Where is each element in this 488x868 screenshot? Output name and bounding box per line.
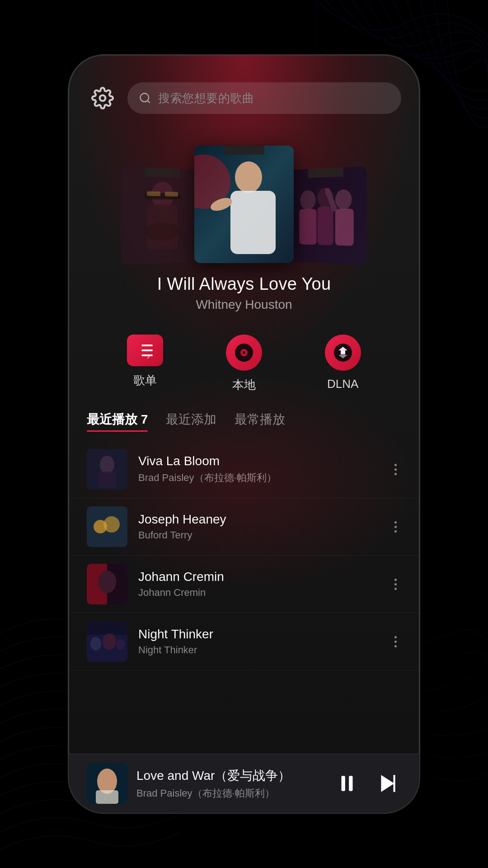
svg-text:♪: ♪ — [147, 353, 150, 360]
song-details-1: Viva La Bloom Brad Paisley（布拉德·帕斯利） — [138, 454, 379, 485]
skip-next-icon — [376, 772, 399, 795]
song-item-1[interactable]: Viva La Bloom Brad Paisley（布拉德·帕斯利） — [69, 441, 419, 498]
song-artist-1: Brad Paisley（布拉德·帕斯利） — [138, 471, 379, 485]
search-bar[interactable]: 搜索您想要的歌曲 — [127, 82, 401, 114]
song-artist-2: Buford Terry — [138, 529, 379, 541]
playlist-label: 歌单 — [133, 373, 157, 388]
song-details-2: Joseph Heaney Buford Terry — [138, 512, 379, 541]
svg-point-47 — [116, 639, 125, 650]
search-placeholder: 搜索您想要的歌曲 — [158, 90, 254, 106]
local-icon-bg — [226, 335, 262, 371]
svg-rect-13 — [230, 191, 276, 254]
svg-point-42 — [98, 571, 116, 593]
song-artist-3: Johann Cremin — [138, 587, 379, 599]
now-playing-thumb — [87, 763, 127, 804]
svg-rect-21 — [335, 209, 354, 246]
tab-recent-add[interactable]: 最近添加 — [166, 411, 216, 432]
now-playing-title: Love and War（爱与战争） — [136, 767, 324, 784]
svg-point-49 — [97, 769, 117, 794]
featured-song-title: I Will Always Love You — [87, 274, 401, 294]
svg-line-2 — [147, 100, 150, 103]
song-thumb-3 — [87, 564, 127, 604]
album-card-right[interactable] — [287, 166, 367, 265]
album-carousel — [69, 127, 419, 263]
svg-point-35 — [100, 456, 114, 474]
local-label: 本地 — [232, 377, 256, 393]
song-item-3[interactable]: Johann Cremin Johann Cremin — [69, 556, 419, 613]
pause-button[interactable] — [333, 770, 361, 797]
search-icon — [139, 92, 151, 104]
svg-marker-53 — [381, 775, 394, 792]
song-title-4: Night Thinker — [138, 627, 379, 642]
playlist-icon-bg: ♪ — [127, 335, 163, 366]
song-artist-4: Night Thinker — [138, 644, 379, 656]
svg-rect-52 — [349, 776, 352, 791]
svg-point-1 — [141, 94, 149, 102]
now-playing-artist: Brad Paisley（布拉德·帕斯利） — [136, 787, 324, 800]
settings-button[interactable] — [87, 82, 118, 114]
more-button-3[interactable] — [390, 574, 401, 594]
more-button-2[interactable] — [390, 517, 401, 537]
song-item-4[interactable]: Night Thinker Night Thinker — [69, 613, 419, 670]
song-thumb-4 — [87, 621, 127, 662]
pause-icon — [336, 772, 358, 795]
album-card-left[interactable] — [121, 166, 202, 265]
song-details-4: Night Thinker Night Thinker — [138, 627, 379, 656]
tab-recent-play[interactable]: 最近播放 7 — [87, 411, 148, 432]
phone-shell: 搜索您想要的歌曲 — [68, 54, 420, 814]
playback-controls — [333, 770, 401, 797]
song-item-2[interactable]: Joseph Heaney Buford Terry — [69, 498, 419, 556]
playlist-icon: ♪ — [135, 340, 155, 360]
nav-item-dlna[interactable]: DLNA — [325, 335, 361, 393]
tabs: 最近播放 7 最近添加 最常播放 — [69, 406, 419, 441]
svg-rect-7 — [147, 191, 160, 196]
vinyl-top-left — [145, 166, 180, 178]
nav-item-local[interactable]: 本地 — [226, 335, 262, 393]
song-list: Viva La Bloom Brad Paisley（布拉德·帕斯利） — [69, 441, 419, 754]
song-thumb-1 — [87, 449, 127, 490]
more-button-1[interactable] — [390, 459, 401, 480]
svg-rect-51 — [342, 776, 345, 791]
svg-rect-19 — [299, 209, 316, 245]
svg-rect-8 — [165, 192, 178, 197]
svg-point-45 — [90, 637, 101, 651]
vinyl-top-center — [224, 146, 264, 155]
svg-point-39 — [103, 516, 120, 533]
vinyl-top-right — [308, 166, 343, 178]
nav-item-playlist[interactable]: ♪ 歌单 — [127, 335, 163, 393]
dlna-icon — [332, 341, 354, 364]
svg-rect-50 — [96, 790, 118, 804]
svg-point-32 — [243, 351, 245, 354]
song-title-2: Joseph Heaney — [138, 512, 379, 527]
nav-icons: ♪ 歌单 本地 — [69, 316, 419, 406]
svg-rect-36 — [98, 472, 116, 487]
song-info: I Will Always Love You Whitney Houston — [69, 263, 419, 316]
song-title-3: Johann Cremin — [138, 570, 379, 584]
now-playing-info: Love and War（爱与战争） Brad Paisley（布拉德·帕斯利） — [136, 767, 324, 800]
next-button[interactable] — [374, 770, 401, 797]
dlna-icon-bg — [325, 335, 361, 371]
featured-song-artist: Whitney Houston — [87, 297, 401, 312]
svg-point-46 — [103, 633, 116, 650]
svg-rect-20 — [317, 207, 333, 245]
gear-icon — [91, 87, 114, 109]
tab-most-played[interactable]: 最常播放 — [235, 411, 285, 432]
header: 搜索您想要的歌曲 — [69, 55, 419, 127]
phone-content: 搜索您想要的歌曲 — [69, 55, 419, 813]
dlna-label: DLNA — [327, 377, 358, 391]
now-playing-bar: Love and War（爱与战争） Brad Paisley（布拉德·帕斯利） — [69, 754, 419, 813]
svg-point-12 — [235, 161, 262, 193]
song-title-1: Viva La Bloom — [138, 454, 379, 468]
album-card-center[interactable] — [194, 146, 294, 263]
song-thumb-2 — [87, 506, 127, 547]
svg-point-0 — [100, 95, 106, 101]
song-details-3: Johann Cremin Johann Cremin — [138, 570, 379, 599]
more-button-4[interactable] — [390, 632, 401, 652]
local-icon — [233, 341, 255, 364]
